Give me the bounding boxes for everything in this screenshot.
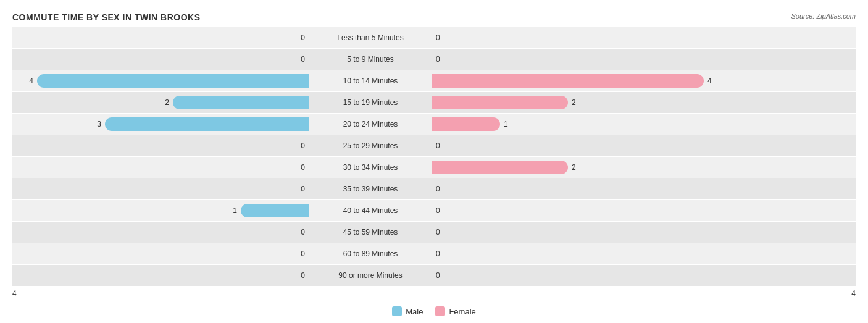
male-value: 1: [227, 206, 237, 215]
male-value: 0: [295, 228, 305, 237]
female-legend-box: [435, 306, 445, 316]
male-bar: [105, 117, 309, 131]
female-bar: [432, 117, 500, 131]
source-label: Source: ZipAtlas.com: [791, 12, 856, 20]
female-value: 0: [436, 185, 446, 193]
bar-row: 045 to 59 Minutes0: [12, 222, 856, 243]
bar-row: 140 to 44 Minutes0: [12, 200, 856, 221]
row-label: 20 to 24 Minutes: [309, 120, 432, 128]
bar-row: 320 to 24 Minutes1: [12, 114, 856, 135]
half-left: 1: [12, 200, 309, 221]
half-left: 0: [12, 222, 309, 243]
female-value: 4: [707, 77, 717, 85]
half-left: 3: [12, 114, 309, 135]
half-right: 0: [432, 178, 728, 199]
bar-row: 215 to 19 Minutes2: [12, 92, 856, 113]
half-left: 4: [12, 70, 309, 91]
bar-row: 090 or more Minutes0: [12, 265, 856, 286]
half-right: 0: [432, 265, 728, 286]
half-left: 0: [12, 135, 309, 156]
bottom-values: 4 4: [12, 287, 856, 300]
half-left: 0: [12, 27, 309, 48]
half-left: 0: [12, 243, 309, 264]
female-value: 0: [436, 271, 446, 280]
row-label: 90 or more Minutes: [309, 271, 432, 280]
half-right: 1: [432, 114, 728, 135]
bar-row: 060 to 89 Minutes0: [12, 243, 856, 264]
male-value: 0: [295, 163, 305, 172]
bar-row: 410 to 14 Minutes4: [12, 70, 856, 91]
legend: Male Female: [12, 306, 856, 316]
bottom-left-value: 4: [12, 289, 17, 298]
bottom-right-value: 4: [851, 289, 856, 298]
bar-row: 035 to 39 Minutes0: [12, 178, 856, 199]
legend-male: Male: [392, 306, 423, 316]
row-label: 5 to 9 Minutes: [309, 55, 432, 64]
female-value: 0: [436, 206, 446, 215]
half-right: 4: [432, 70, 728, 91]
female-value: 2: [572, 98, 582, 107]
female-value: 0: [436, 228, 446, 237]
female-value: 1: [504, 120, 514, 128]
male-value: 0: [295, 271, 305, 280]
female-value: 0: [436, 55, 446, 64]
female-value: 2: [572, 163, 582, 172]
male-bar: [37, 74, 309, 88]
male-value: 3: [91, 120, 101, 128]
male-value: 0: [295, 33, 305, 42]
half-right: 0: [432, 222, 728, 243]
half-right: 2: [432, 157, 728, 178]
female-bar: [432, 161, 568, 174]
row-label: Less than 5 Minutes: [309, 33, 432, 42]
male-legend-box: [392, 306, 402, 316]
bar-row: 0Less than 5 Minutes0: [12, 27, 856, 48]
row-label: 15 to 19 Minutes: [309, 98, 432, 107]
row-label: 60 to 89 Minutes: [309, 250, 432, 258]
bar-row: 030 to 34 Minutes2: [12, 157, 856, 178]
male-legend-label: Male: [406, 307, 423, 316]
half-right: 2: [432, 92, 728, 113]
half-right: 0: [432, 243, 728, 264]
chart-area: 0Less than 5 Minutes005 to 9 Minutes0410…: [12, 27, 856, 286]
row-label: 40 to 44 Minutes: [309, 206, 432, 215]
half-left: 0: [12, 178, 309, 199]
half-right: 0: [432, 200, 728, 221]
female-value: 0: [436, 33, 446, 42]
bar-row: 05 to 9 Minutes0: [12, 49, 856, 70]
bar-row: 025 to 29 Minutes0: [12, 135, 856, 156]
female-value: 0: [436, 141, 446, 150]
chart-container: COMMUTE TIME BY SEX IN TWIN BROOKS Sourc…: [0, 6, 868, 323]
female-legend-label: Female: [449, 307, 475, 316]
male-bar: [173, 96, 309, 109]
female-value: 0: [436, 250, 446, 258]
half-right: 0: [432, 27, 728, 48]
male-value: 2: [159, 98, 169, 107]
half-left: 0: [12, 49, 309, 70]
male-value: 0: [295, 185, 305, 193]
male-value: 4: [23, 77, 33, 85]
row-label: 25 to 29 Minutes: [309, 141, 432, 150]
half-left: 0: [12, 157, 309, 178]
row-label: 45 to 59 Minutes: [309, 228, 432, 237]
row-label: 35 to 39 Minutes: [309, 185, 432, 193]
row-label: 10 to 14 Minutes: [309, 77, 432, 85]
male-value: 0: [295, 55, 305, 64]
legend-female: Female: [435, 306, 475, 316]
half-right: 0: [432, 135, 728, 156]
female-bar: [432, 74, 704, 88]
half-left: 0: [12, 265, 309, 286]
half-right: 0: [432, 49, 728, 70]
chart-title: COMMUTE TIME BY SEX IN TWIN BROOKS: [12, 12, 856, 22]
male-value: 0: [295, 141, 305, 150]
half-left: 2: [12, 92, 309, 113]
row-label: 30 to 34 Minutes: [309, 163, 432, 172]
female-bar: [432, 96, 568, 109]
male-value: 0: [295, 250, 305, 258]
male-bar: [241, 204, 309, 217]
